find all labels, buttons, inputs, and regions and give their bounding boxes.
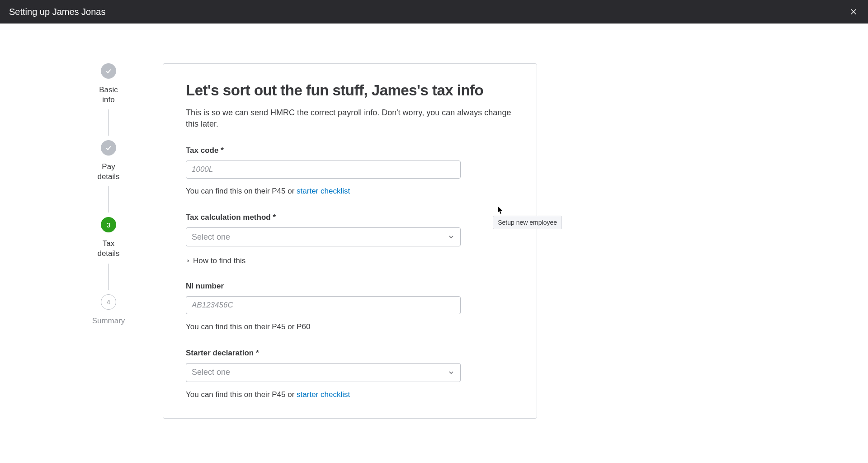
ni-number-input[interactable] bbox=[186, 296, 461, 314]
form-panel: Let's sort out the fun stuff, James's ta… bbox=[163, 63, 537, 419]
step-label: Summary bbox=[92, 316, 125, 326]
panel-title: Let's sort out the fun stuff, James's ta… bbox=[186, 82, 514, 99]
ni-number-help: You can find this on their P45 or P60 bbox=[186, 321, 514, 332]
panel-description: This is so we can send HMRC the correct … bbox=[186, 107, 514, 130]
ni-number-label: NI number bbox=[186, 282, 514, 291]
step-connector bbox=[108, 264, 109, 290]
starter-declaration-help: You can find this on their P45 or starte… bbox=[186, 389, 514, 400]
close-icon bbox=[849, 8, 858, 16]
step-connector bbox=[108, 109, 109, 136]
modal-title: Setting up James Jonas bbox=[9, 7, 105, 17]
tax-calc-method-label: Tax calculation method * bbox=[186, 213, 514, 222]
step-label: Pay details bbox=[97, 162, 119, 182]
tax-code-label: Tax code * bbox=[186, 146, 514, 155]
chevron-down-icon bbox=[448, 233, 455, 241]
select-placeholder: Select one bbox=[192, 232, 230, 242]
how-to-find-toggle[interactable]: How to find this bbox=[186, 256, 514, 265]
tax-code-help: You can find this on their P45 or starte… bbox=[186, 186, 514, 197]
step-pay-details[interactable]: Pay details bbox=[97, 140, 119, 182]
select-placeholder: Select one bbox=[192, 368, 230, 377]
starter-declaration-label: Starter declaration * bbox=[186, 349, 514, 358]
check-icon bbox=[105, 144, 112, 151]
step-circle-pending: 4 bbox=[101, 294, 116, 310]
starter-declaration-group: Starter declaration * Select one You can… bbox=[186, 349, 514, 400]
chevron-down-icon bbox=[448, 369, 455, 376]
step-basic-info[interactable]: Basic info bbox=[99, 63, 118, 105]
starter-checklist-link[interactable]: starter checklist bbox=[297, 390, 350, 399]
step-label: Basic info bbox=[99, 85, 118, 105]
step-connector bbox=[108, 186, 109, 213]
progress-stepper: Basic info Pay details 3 Tax deta bbox=[90, 63, 127, 419]
tax-code-group: Tax code * You can find this on their P4… bbox=[186, 146, 514, 197]
step-circle-completed bbox=[101, 140, 116, 156]
modal-header: Setting up James Jonas bbox=[0, 0, 868, 24]
chevron-right-icon bbox=[186, 259, 190, 263]
starter-declaration-select[interactable]: Select one bbox=[186, 363, 461, 382]
step-circle-active: 3 bbox=[101, 217, 116, 232]
tax-calc-method-group: Tax calculation method * Select one How … bbox=[186, 213, 514, 265]
tax-calc-method-select[interactable]: Select one bbox=[186, 227, 461, 246]
ni-number-group: NI number You can find this on their P45… bbox=[186, 282, 514, 332]
starter-checklist-link[interactable]: starter checklist bbox=[297, 187, 350, 195]
tooltip: Setup new employee bbox=[493, 216, 562, 229]
main-container: Basic info Pay details 3 Tax deta bbox=[0, 24, 868, 419]
step-tax-details[interactable]: 3 Tax details bbox=[97, 217, 119, 259]
step-summary: 4 Summary bbox=[92, 294, 125, 326]
close-button[interactable] bbox=[848, 6, 859, 17]
tax-code-input[interactable] bbox=[186, 161, 461, 179]
check-icon bbox=[105, 67, 112, 75]
step-label: Tax details bbox=[97, 239, 119, 259]
step-circle-completed bbox=[101, 63, 116, 79]
